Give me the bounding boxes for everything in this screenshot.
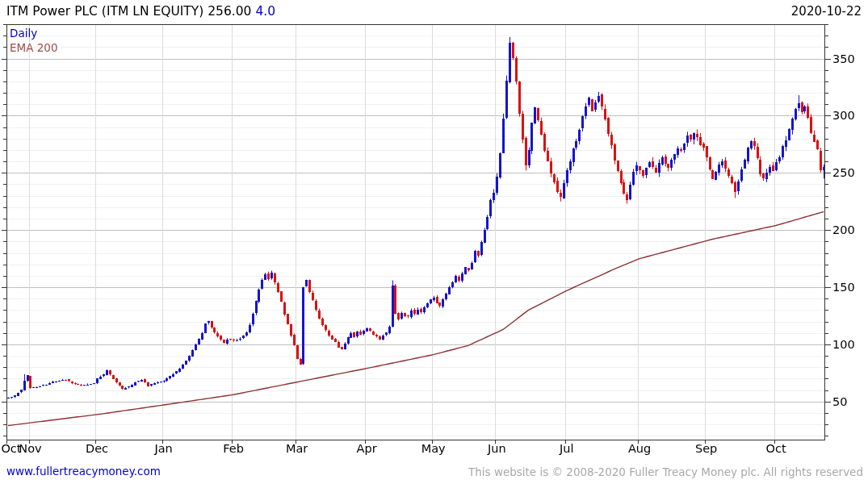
price-chart-canvas[interactable]: [0, 0, 868, 484]
y-axis-label-250: 250: [832, 166, 855, 179]
x-axis-label-apr: Apr: [357, 442, 377, 455]
legend-interval-label: Daily: [10, 27, 37, 40]
copyright-text: This website is © 2008-2020 Fuller Treac…: [468, 465, 863, 478]
x-axis-label-aug: Aug: [628, 442, 651, 455]
website-link[interactable]: www.fullertreacymoney.com: [6, 465, 161, 478]
y-axis-label-200: 200: [832, 223, 855, 236]
x-axis-label-jan: Jan: [154, 442, 172, 455]
x-axis-label-feb: Feb: [223, 442, 244, 455]
x-axis-label-jun: Jun: [488, 442, 506, 455]
x-axis-label-dec: Dec: [86, 442, 108, 455]
y-axis-label-50: 50: [832, 395, 847, 408]
y-axis-label-300: 300: [832, 109, 855, 122]
x-axis-label-nov: Nov: [19, 442, 41, 455]
y-axis-label-100: 100: [832, 338, 855, 351]
x-axis-label-mar: Mar: [286, 442, 308, 455]
price-change: 4.0: [255, 4, 275, 19]
chart-date: 2020-10-22: [791, 4, 862, 19]
x-axis-label-oct: Oct: [766, 442, 786, 455]
last-price: 256.00: [208, 4, 251, 19]
legend-ema-label: EMA 200: [10, 41, 57, 54]
y-axis-label-350: 350: [832, 52, 855, 65]
chart-page: ITM Power PLC (ITM LN EQUITY) 256.00 4.0…: [0, 0, 868, 484]
chart-title: ITM Power PLC (ITM LN EQUITY) 256.00 4.0: [6, 4, 275, 19]
y-axis-label-150: 150: [832, 281, 855, 294]
x-axis-label-may: May: [421, 442, 446, 455]
x-axis-label-sep: Sep: [695, 442, 717, 455]
instrument-name: ITM Power PLC (ITM LN EQUITY): [6, 4, 203, 19]
x-axis-label-jul: Jul: [560, 442, 574, 455]
